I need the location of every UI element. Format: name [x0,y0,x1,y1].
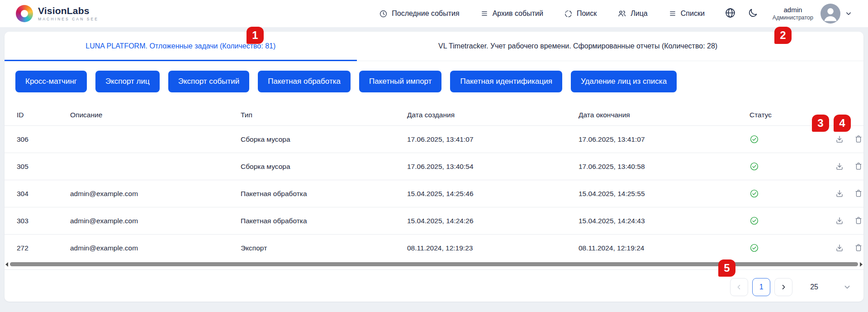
table-row[interactable]: 306 Сборка мусора 17.06.2025, 13:41:07 1… [5,126,863,153]
column-header-type: Тип [241,105,407,126]
column-header-created: Дата создания [407,105,579,126]
column-header-id: ID [5,105,70,126]
cell-task-finished: 17.06.2025, 13:40:58 [579,153,749,180]
cell-task-created: 17.06.2025, 13:41:07 [407,126,579,153]
page-size-chevron-down-icon[interactable] [843,283,852,292]
tasks-table: ID Описание Тип Дата создания Дата оконч… [5,105,863,261]
cell-task-description [70,153,241,180]
cell-task-description [70,126,241,153]
batch-import-button[interactable]: Пакетный импорт [359,71,442,92]
logo-title: VisionLabs [38,6,99,16]
scroll-left-arrow-icon[interactable] [5,262,8,267]
tab-luna-deferred-tasks[interactable]: LUNA PLATFORM. Отложенные задачи (Количе… [5,32,357,61]
delete-task-trash-icon[interactable] [853,242,864,253]
batch-identification-button[interactable]: Пакетная идентификация [450,71,562,92]
nav-label: Списки [681,10,705,18]
nav-label: Архив событий [493,10,543,18]
success-check-icon [749,135,759,143]
cell-task-actions [828,180,863,207]
clock-icon [379,10,388,18]
visionlabs-logo[interactable]: VisionLabs MACHINES CAN SEE [16,5,99,22]
table-row[interactable]: 303 admin@example.com Пакетная обработка… [5,207,863,235]
cell-task-created: 08.11.2024, 12:19:23 [407,235,579,262]
download-result-icon[interactable] [834,188,845,199]
scroll-right-arrow-icon[interactable] [860,262,863,267]
cell-task-actions [828,235,863,262]
cell-task-finished: 08.11.2024, 12:19:24 [579,235,749,262]
column-header-description: Описание [70,105,241,126]
cross-matching-button[interactable]: Кросс-матчинг [15,71,87,92]
cell-task-actions [828,153,863,180]
download-result-icon[interactable] [834,242,845,253]
download-result-icon[interactable] [834,134,845,144]
batch-processing-button[interactable]: Пакетная обработка [258,71,351,92]
download-result-icon[interactable] [834,215,845,226]
cell-task-id: 272 [5,235,70,262]
delete-task-trash-icon[interactable] [853,188,864,199]
annotation-badge-5: 5 [718,259,735,277]
success-check-icon [749,216,759,224]
export-events-button[interactable]: Экспорт событий [168,71,249,92]
nav-label: Последние события [392,10,459,18]
success-check-icon [749,189,759,197]
success-check-icon [749,244,759,251]
dark-mode-moon-icon[interactable] [748,8,758,20]
delete-task-trash-icon[interactable] [853,161,864,172]
cell-task-description: admin@example.com [70,235,241,262]
export-faces-button[interactable]: Экспорт лиц [95,71,160,92]
list-icon [480,10,489,18]
table-row[interactable]: 305 Сборка мусора 17.06.2025, 13:40:54 1… [5,153,863,180]
nav-label: Лица [631,10,648,18]
delete-task-trash-icon[interactable] [853,215,864,226]
language-globe-icon[interactable] [725,7,736,20]
nav-item-faces[interactable]: Лица [617,9,648,18]
table-row[interactable]: 272 admin@example.com Экспорт 08.11.2024… [5,235,863,262]
nav-item-latest-events[interactable]: Последние события [379,10,459,18]
cell-task-id: 303 [5,207,70,235]
cell-task-status [749,153,828,180]
visionlabs-logo-icon [16,5,33,22]
cell-task-actions [828,207,863,235]
user-menu-chevron-down-icon[interactable] [844,10,853,18]
next-page-button[interactable] [774,278,792,296]
avatar[interactable] [821,4,840,24]
table-row[interactable]: 304 admin@example.com Пакетная обработка… [5,180,863,207]
current-page-button[interactable]: 1 [752,278,770,296]
annotation-badge-3: 3 [812,115,829,132]
cell-task-type: Пакетная обработка [241,207,407,235]
success-check-icon [749,162,759,170]
people-icon [617,9,626,18]
scan-icon [564,10,573,18]
cell-task-description: admin@example.com [70,180,241,207]
user-info: admin Администратор [773,6,813,21]
nav-item-search[interactable]: Поиск [564,10,597,18]
cell-task-id: 305 [5,153,70,180]
cell-task-type: Экспорт [241,235,407,262]
cell-task-id: 304 [5,180,70,207]
previous-page-button[interactable] [730,278,748,296]
logo-tagline: MACHINES CAN SEE [38,17,99,21]
nav-item-events-archive[interactable]: Архив событий [480,10,543,18]
nav-label: Поиск [577,10,597,18]
cell-task-description: admin@example.com [70,207,241,235]
user-role: Администратор [773,14,813,22]
delete-task-trash-icon[interactable] [853,134,864,144]
cell-task-status [749,235,828,262]
page-size-value[interactable]: 25 [810,283,818,291]
tab-bar: LUNA PLATFORM. Отложенные задачи (Количе… [5,32,863,61]
top-bar: VisionLabs MACHINES CAN SEE Последние со… [0,0,868,27]
tab-label: VL Timetracker. Учет рабочего времени. С… [438,42,717,50]
cell-task-created: 17.06.2025, 13:40:54 [407,153,579,180]
pagination-bar: 1 25 [5,269,863,304]
cell-task-created: 15.04.2025, 14:25:46 [407,180,579,207]
tasks-panel: LUNA PLATFORM. Отложенные задачи (Количе… [5,32,863,302]
nav-item-lists[interactable]: Списки [669,10,705,18]
cell-task-created: 15.04.2025, 14:24:26 [407,207,579,235]
annotation-badge-4: 4 [834,115,851,132]
task-action-buttons: Кросс-матчинг Экспорт лиц Экспорт событи… [15,71,863,92]
download-result-icon[interactable] [834,161,845,172]
cell-task-finished: 15.04.2025, 14:25:55 [579,180,749,207]
remove-faces-from-list-button[interactable]: Удаление лиц из списка [571,71,677,92]
list-icon [669,10,677,18]
tab-vl-timetracker-reports[interactable]: VL Timetracker. Учет рабочего времени. С… [357,32,799,61]
